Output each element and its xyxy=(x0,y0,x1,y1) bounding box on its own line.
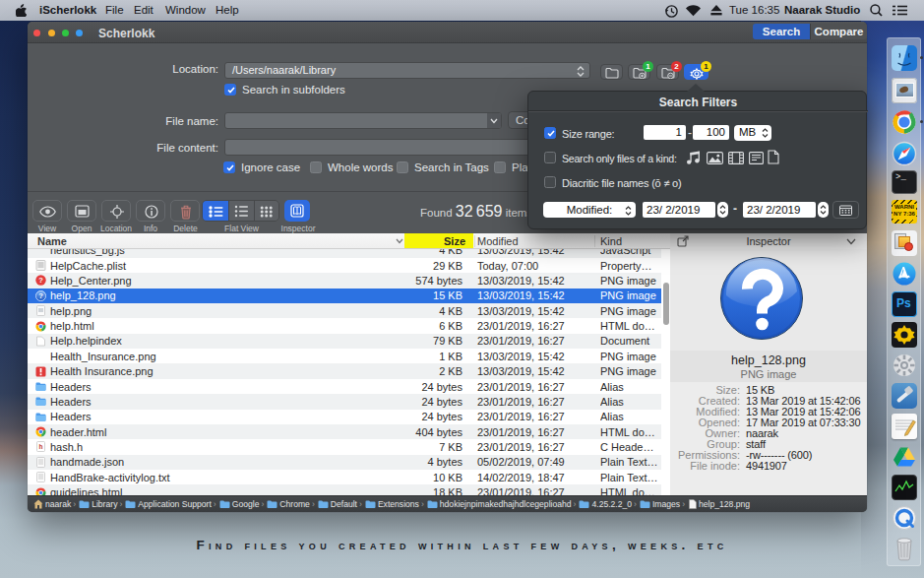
svg-text:?: ? xyxy=(38,291,43,300)
svg-text:h: h xyxy=(39,443,43,450)
svg-text:?: ? xyxy=(38,277,43,286)
